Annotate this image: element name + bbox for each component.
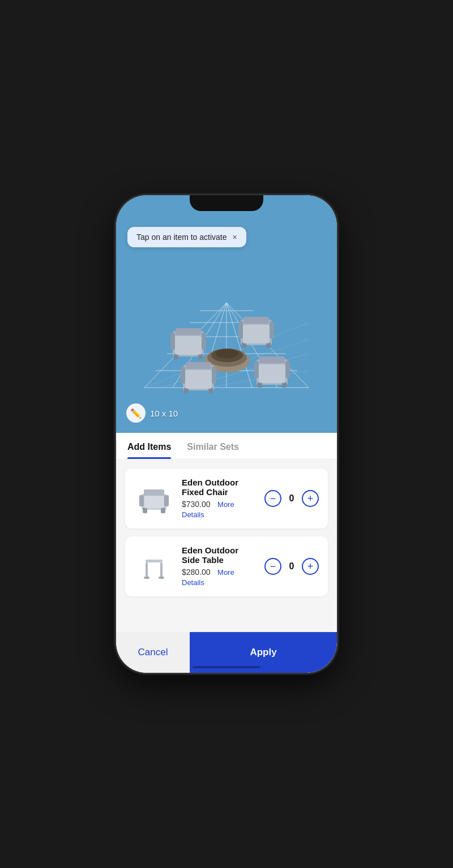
home-indicator [193,666,260,668]
item-thumbnail-2 [134,547,174,586]
svg-rect-28 [270,321,274,338]
svg-rect-20 [170,333,175,350]
tabs-section: Add Items Similar Sets [116,433,337,459]
svg-rect-27 [238,321,243,338]
tooltip-close-button[interactable]: × [233,233,237,242]
tabs-row: Add Items Similar Sets [127,433,326,459]
tap-tooltip: Tap on an item to activate × [127,227,246,247]
phone-frame: Tap on an item to activate × [116,195,337,673]
svg-rect-21 [202,333,206,350]
chair-icon [137,482,171,515]
phone-screen: Tap on an item to activate × [116,195,337,673]
tab-similar-sets[interactable]: Similar Sets [187,433,239,459]
increment-button-2[interactable]: + [302,558,319,575]
svg-rect-31 [243,325,270,343]
svg-rect-45 [254,361,259,378]
item-name-2: Eden Outdoor Side Table [182,545,257,565]
item-card-2: Eden Outdoor Side Table $280.00 More Det… [125,536,328,596]
item-thumbnail-1 [134,479,174,518]
decrement-button-1[interactable]: − [264,490,281,507]
item-card-1: Eden Outdoor Fixed Chair $730.00 More De… [125,469,328,528]
svg-rect-26 [243,317,269,324]
scene-canvas [116,240,337,422]
svg-rect-38 [181,367,185,384]
item-price-2: $280.00 [182,568,211,577]
item-price-row-1: $730.00 More Details [182,499,257,519]
counter-value-1: 0 [287,493,296,504]
svg-rect-55 [161,508,165,513]
items-list: Eden Outdoor Fixed Chair $730.00 More De… [116,459,337,632]
pencil-icon: ✏️ [130,408,142,419]
svg-rect-49 [259,364,285,383]
svg-rect-19 [176,328,201,335]
svg-rect-61 [159,577,164,579]
svg-rect-51 [144,489,164,496]
svg-rect-60 [144,577,149,579]
svg-rect-44 [259,356,285,363]
cancel-button[interactable]: Cancel [116,632,190,673]
increment-button-1[interactable]: + [302,490,319,507]
svg-rect-59 [160,562,163,578]
svg-rect-39 [212,367,216,384]
viewport-controls: ✏️ 10 x 10 [126,403,178,423]
notch [190,195,263,211]
item-name-1: Eden Outdoor Fixed Chair [182,478,257,497]
counter-value-2: 0 [287,561,296,571]
svg-rect-57 [146,560,163,562]
svg-rect-46 [285,361,290,378]
svg-rect-52 [139,495,144,506]
item-counter-2: − 0 + [264,558,319,575]
svg-rect-42 [185,370,212,389]
svg-rect-24 [175,336,202,355]
item-counter-1: − 0 + [264,490,319,507]
edit-dimensions-button[interactable]: ✏️ [126,403,146,423]
item-info-1: Eden Outdoor Fixed Chair $730.00 More De… [182,478,257,519]
svg-rect-53 [164,495,169,506]
item-price-row-2: $280.00 More Details [182,567,257,587]
item-info-2: Eden Outdoor Side Table $280.00 More Det… [182,545,257,587]
svg-rect-56 [144,496,164,508]
svg-rect-58 [146,562,148,578]
tab-add-items[interactable]: Add Items [127,433,171,459]
ar-viewport[interactable]: Tap on an item to activate × [116,195,337,433]
svg-rect-37 [186,362,211,369]
decrement-button-2[interactable]: − [264,558,281,575]
svg-rect-54 [143,508,147,513]
dimensions-label: 10 x 10 [150,409,178,418]
side-table-icon [137,549,171,583]
tooltip-text: Tap on an item to activate [136,233,227,242]
svg-point-35 [216,349,238,358]
item-price-1: $730.00 [182,500,211,509]
